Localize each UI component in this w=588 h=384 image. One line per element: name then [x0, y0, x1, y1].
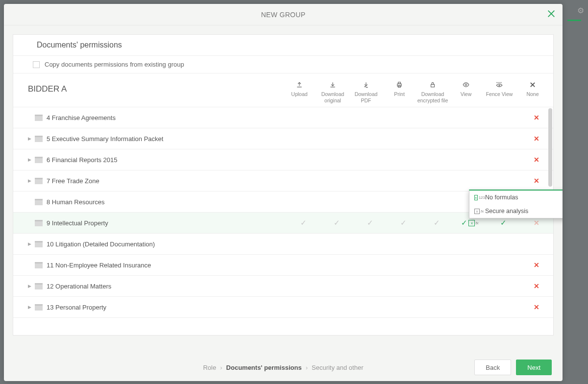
perm-cell[interactable] [387, 303, 420, 311]
perm-cell[interactable] [453, 177, 487, 185]
perm-cell[interactable] [487, 303, 520, 311]
perm-cell[interactable] [387, 261, 420, 269]
perm-cell[interactable] [320, 282, 353, 290]
copy-permissions-checkbox[interactable] [33, 61, 40, 68]
expand-icon[interactable]: ▶ [28, 305, 35, 310]
perm-cell[interactable] [287, 261, 320, 269]
perm-cell[interactable] [287, 114, 320, 121]
perm-cell[interactable] [320, 261, 353, 269]
perm-cell[interactable] [453, 303, 487, 311]
perm-cell[interactable] [287, 135, 320, 143]
expand-icon[interactable]: ▶ [28, 284, 35, 288]
perm-cell[interactable] [287, 156, 320, 164]
perm-cell[interactable] [320, 303, 353, 311]
perm-cell[interactable] [287, 303, 320, 311]
col-none[interactable]: None [516, 80, 549, 104]
perm-cell[interactable] [387, 177, 420, 185]
dialog-title: NEW GROUP [261, 11, 306, 19]
perm-cell[interactable] [320, 114, 353, 121]
perm-cell[interactable]: ✓ [487, 218, 520, 227]
perm-cell[interactable] [420, 114, 453, 121]
expand-icon[interactable]: ▶ [28, 241, 35, 246]
perm-cell[interactable] [353, 135, 387, 143]
perm-cell[interactable] [353, 198, 387, 206]
col-fence-view[interactable]: Fence View [483, 80, 516, 104]
breadcrumb-security[interactable]: Security and other [312, 364, 364, 371]
perm-cell[interactable] [287, 282, 320, 290]
col-download-pdf[interactable]: Download PDF [349, 80, 383, 104]
perm-cell[interactable] [487, 261, 520, 269]
perm-cell[interactable] [320, 135, 353, 143]
rows-container[interactable]: ▶4 Franchise Agreements✕▶5 Executive Sum… [13, 107, 553, 335]
next-button[interactable]: Next [516, 360, 552, 375]
table-row[interactable]: ▶7 Free Trade Zone✕ [13, 170, 553, 192]
perm-cell[interactable]: ✓ [353, 218, 387, 227]
perm-cell[interactable] [353, 156, 387, 164]
perm-cell[interactable] [453, 156, 487, 164]
perm-cell[interactable] [453, 114, 487, 121]
perm-cell[interactable]: ✓ [387, 218, 420, 227]
view-options-dropdown: x123 No formulas xfx Secure analysis [469, 190, 563, 218]
table-row[interactable]: ▶5 Executive Summary Information Packet✕ [13, 128, 553, 149]
perm-cell[interactable] [320, 156, 353, 164]
dropdown-item-secure-analysis[interactable]: xfx Secure analysis [469, 204, 563, 218]
perm-cell[interactable] [353, 177, 387, 185]
perm-cell[interactable]: ✕ [520, 282, 553, 290]
table-row[interactable]: ▶11 Non-Employee Related Insurance✕ [13, 255, 553, 276]
perm-cell[interactable] [453, 135, 487, 143]
breadcrumb-role[interactable]: Role [203, 364, 216, 371]
perm-cell[interactable] [420, 135, 453, 143]
perm-cell[interactable] [420, 282, 453, 290]
expand-icon[interactable]: ▶ [28, 178, 35, 183]
expand-icon[interactable]: ▶ [28, 157, 35, 162]
perm-cell[interactable] [487, 177, 520, 185]
perm-cell[interactable] [420, 303, 453, 311]
col-download-original[interactable]: Download original [316, 80, 349, 104]
dropdown-item-no-formulas[interactable]: x123 No formulas [469, 191, 563, 204]
perm-cell[interactable] [353, 303, 387, 311]
perm-cell[interactable]: ✕ [520, 303, 553, 311]
table-row[interactable]: ▶10 Litigation (Detailed Documentation) [13, 234, 553, 255]
perm-cell[interactable]: ✓xfx [453, 218, 487, 227]
scrollbar-thumb[interactable] [548, 108, 552, 187]
perm-cell[interactable] [387, 198, 420, 206]
perm-cell[interactable] [387, 135, 420, 143]
close-button[interactable] [547, 9, 556, 20]
perm-cell[interactable] [353, 261, 387, 269]
perm-cell[interactable] [487, 114, 520, 121]
perm-cell[interactable] [487, 135, 520, 143]
perm-cell[interactable] [453, 282, 487, 290]
perm-cell[interactable] [420, 261, 453, 269]
perm-cell[interactable] [420, 198, 453, 206]
col-upload[interactable]: Upload [283, 80, 316, 104]
perm-cell[interactable] [287, 177, 320, 185]
table-row[interactable]: ▶6 Financial Reports 2015✕ [13, 149, 553, 170]
perm-cell[interactable] [387, 282, 420, 290]
col-view[interactable]: View [449, 80, 483, 104]
perm-cell[interactable] [287, 198, 320, 206]
perm-cell[interactable] [320, 177, 353, 185]
back-button[interactable]: Back [474, 360, 511, 375]
perm-cell[interactable] [320, 198, 353, 206]
perm-cell[interactable] [353, 282, 387, 290]
perm-cell[interactable] [387, 156, 420, 164]
col-print[interactable]: Print [383, 80, 416, 104]
perm-cell[interactable] [453, 261, 487, 269]
perm-cell[interactable] [420, 177, 453, 185]
perm-cell[interactable]: ✓ [320, 218, 353, 227]
expand-icon[interactable]: ▶ [28, 136, 35, 141]
perm-cell[interactable] [487, 282, 520, 290]
perm-cell[interactable] [487, 156, 520, 164]
perm-cell[interactable] [387, 114, 420, 121]
perm-cell[interactable]: ✓ [287, 218, 320, 227]
perm-cell[interactable] [353, 114, 387, 121]
perm-cell[interactable] [420, 156, 453, 164]
col-download-encrypted[interactable]: Download encrypted file [416, 80, 449, 104]
table-row[interactable]: ▶4 Franchise Agreements✕ [13, 107, 553, 128]
perm-cell[interactable]: ✕ [520, 218, 553, 227]
perm-cell[interactable]: ✕ [520, 261, 553, 269]
breadcrumb-permissions[interactable]: Documents' permissions [226, 364, 302, 371]
table-row[interactable]: ▶13 Personal Property✕ [13, 297, 553, 318]
table-row[interactable]: ▶12 Operational Matters✕ [13, 276, 553, 297]
perm-cell[interactable]: ✓ [420, 218, 453, 227]
